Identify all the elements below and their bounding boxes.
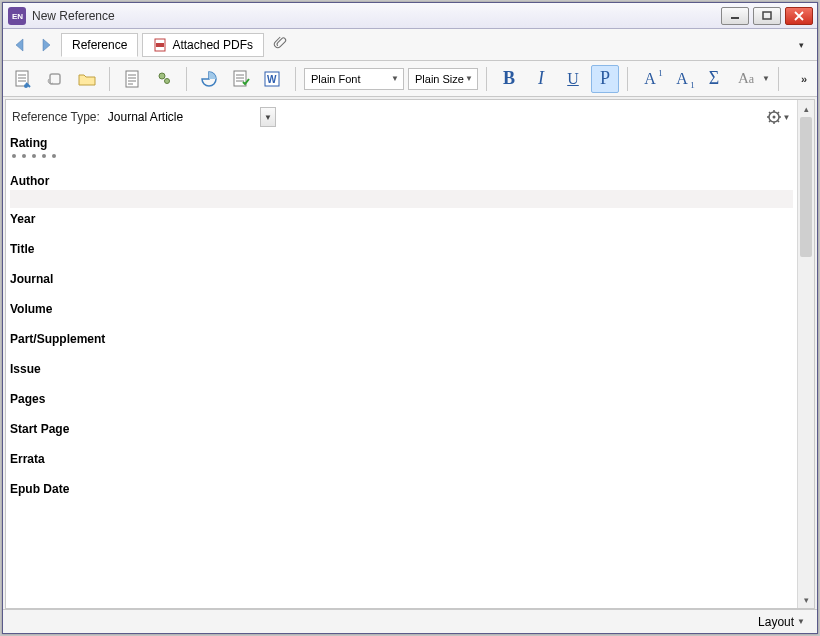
chart-icon[interactable] [195,65,223,93]
page-icon[interactable] [118,65,146,93]
svg-text:W: W [267,74,277,85]
svg-rect-7 [50,74,60,84]
chevron-down-icon: ▼ [465,74,473,83]
svg-rect-2 [763,12,771,19]
svg-point-15 [772,116,775,119]
svg-point-6 [24,84,28,88]
field-start-page[interactable]: Start Page [6,418,797,448]
field-issue[interactable]: Issue [6,358,797,388]
window-title: New Reference [32,9,721,23]
svg-rect-8 [126,71,138,87]
pin-icon[interactable] [150,65,178,93]
toolbar-overflow[interactable]: » [801,73,811,85]
svg-rect-4 [156,43,164,47]
reference-type-label: Reference Type: [12,110,100,124]
subscript-button[interactable]: A1 [668,65,696,93]
pdf-icon [153,38,167,52]
close-button[interactable] [785,7,813,25]
window-controls [721,7,815,25]
maximize-button[interactable] [753,7,781,25]
content-area: Reference Type: Journal Article ▼ ▼ Rati… [5,99,815,609]
underline-button[interactable]: U [559,65,587,93]
chevron-down-icon: ▼ [797,617,805,626]
attachment-icon[interactable] [272,34,290,55]
reference-form: Reference Type: Journal Article ▼ ▼ Rati… [6,100,797,608]
reference-type-select[interactable]: Journal Article ▼ [106,107,276,127]
settings-button[interactable]: ▼ [765,106,791,128]
separator [109,67,110,91]
titlebar: EN New Reference [3,3,817,29]
chevron-down-icon: ▼ [783,113,791,122]
field-part-supplement[interactable]: Part/Supplement [6,328,797,358]
case-button[interactable]: Aa [732,65,760,93]
note-icon[interactable] [9,65,37,93]
app-window: EN New Reference Reference [2,2,818,634]
scroll-up-icon[interactable]: ▴ [798,100,814,117]
field-rating: Rating [6,132,797,170]
tab-label: Reference [72,38,127,52]
symbol-button[interactable]: Σ [700,65,728,93]
minimize-button[interactable] [721,7,749,25]
layout-button[interactable]: Layout ▼ [754,613,809,631]
nav-forward-button[interactable] [35,34,57,56]
font-label: Plain Font [311,73,361,85]
author-input[interactable] [10,190,793,208]
tab-label: Attached PDFs [172,38,253,52]
plain-button[interactable]: P [591,65,619,93]
field-title[interactable]: Title [6,238,797,268]
field-errata[interactable]: Errata [6,448,797,478]
font-selector[interactable]: Plain Font ▼ [304,68,404,90]
separator [486,67,487,91]
folder-icon[interactable] [73,65,101,93]
nav-back-button[interactable] [9,34,31,56]
svg-text:EN: EN [12,12,23,21]
field-epub-date[interactable]: Epub Date [6,478,797,508]
italic-button[interactable]: I [527,65,555,93]
reference-type-row: Reference Type: Journal Article ▼ ▼ [6,100,797,132]
app-icon: EN [8,7,26,25]
scrollbar[interactable]: ▴ ▾ [797,100,814,608]
superscript-button[interactable]: A1 [636,65,664,93]
separator [295,67,296,91]
status-bar: Layout ▼ [3,609,817,633]
separator [627,67,628,91]
svg-rect-1 [731,17,739,19]
chevron-down-icon: ▼ [260,107,276,127]
field-author: Author [6,170,797,208]
rating-input[interactable] [10,152,793,160]
tab-attached-pdfs[interactable]: Attached PDFs [142,33,264,57]
tabstrip-menu[interactable]: ▾ [799,40,811,50]
size-label: Plain Size [415,73,464,85]
svg-point-10 [165,78,170,83]
bold-button[interactable]: B [495,65,523,93]
tab-reference[interactable]: Reference [61,33,138,57]
separator [186,67,187,91]
word-icon[interactable]: W [259,65,287,93]
chevron-down-icon[interactable]: ▼ [762,74,770,83]
gear-icon [766,109,782,125]
link-icon[interactable] [41,65,69,93]
size-selector[interactable]: Plain Size ▼ [408,68,478,90]
tab-strip: Reference Attached PDFs ▾ [3,29,817,61]
field-pages[interactable]: Pages [6,388,797,418]
separator [778,67,779,91]
scroll-down-icon[interactable]: ▾ [798,591,814,608]
checklist-icon[interactable] [227,65,255,93]
toolbar: W Plain Font ▼ Plain Size ▼ B I U P A1 A… [3,61,817,97]
scroll-thumb[interactable] [800,117,812,257]
field-volume[interactable]: Volume [6,298,797,328]
chevron-down-icon: ▼ [391,74,399,83]
field-journal[interactable]: Journal [6,268,797,298]
field-year[interactable]: Year [6,208,797,238]
svg-point-9 [159,73,165,79]
